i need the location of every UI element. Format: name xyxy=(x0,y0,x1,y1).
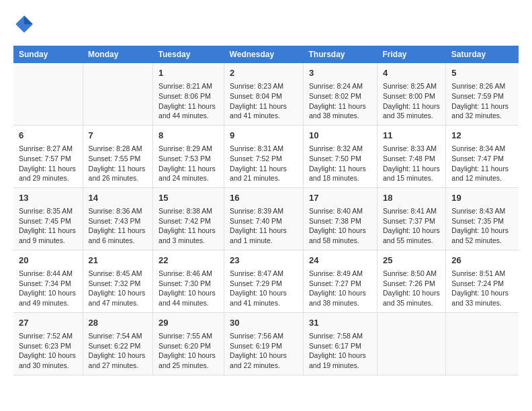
calendar-cell xyxy=(446,312,519,375)
header-wednesday: Wednesday xyxy=(224,46,304,63)
day-number: 24 xyxy=(309,255,371,267)
day-number: 2 xyxy=(230,67,298,79)
cell-content: Sunrise: 8:43 AM Sunset: 7:35 PM Dayligh… xyxy=(451,206,513,246)
week-row-4: 20Sunrise: 8:44 AM Sunset: 7:34 PM Dayli… xyxy=(13,250,519,312)
cell-content: Sunrise: 8:33 AM Sunset: 7:48 PM Dayligh… xyxy=(383,144,440,183)
day-number: 27 xyxy=(19,317,77,329)
cell-content: Sunrise: 8:32 AM Sunset: 7:50 PM Dayligh… xyxy=(309,144,371,183)
calendar-cell: 27Sunrise: 7:52 AM Sunset: 6:23 PM Dayli… xyxy=(13,312,83,375)
day-number: 1 xyxy=(159,67,218,79)
day-number: 28 xyxy=(89,317,148,329)
calendar-cell: 10Sunrise: 8:32 AM Sunset: 7:50 PM Dayli… xyxy=(304,125,378,187)
calendar-cell: 12Sunrise: 8:34 AM Sunset: 7:47 PM Dayli… xyxy=(446,125,519,187)
cell-content: Sunrise: 8:28 AM Sunset: 7:55 PM Dayligh… xyxy=(89,144,148,183)
calendar-cell: 28Sunrise: 7:54 AM Sunset: 6:22 PM Dayli… xyxy=(83,312,153,375)
calendar-cell: 29Sunrise: 7:55 AM Sunset: 6:20 PM Dayli… xyxy=(153,312,224,375)
calendar-cell: 6Sunrise: 8:27 AM Sunset: 7:57 PM Daylig… xyxy=(13,125,83,187)
cell-content: Sunrise: 8:49 AM Sunset: 7:27 PM Dayligh… xyxy=(309,269,371,308)
day-number: 18 xyxy=(383,192,440,204)
day-number: 16 xyxy=(230,192,298,204)
cell-content: Sunrise: 8:47 AM Sunset: 7:29 PM Dayligh… xyxy=(230,269,298,308)
calendar-cell: 9Sunrise: 8:31 AM Sunset: 7:52 PM Daylig… xyxy=(224,125,304,187)
page-header xyxy=(13,13,519,35)
cell-content: Sunrise: 8:50 AM Sunset: 7:26 PM Dayligh… xyxy=(383,269,440,308)
calendar-cell: 4Sunrise: 8:25 AM Sunset: 8:00 PM Daylig… xyxy=(378,63,446,125)
cell-content: Sunrise: 8:23 AM Sunset: 8:04 PM Dayligh… xyxy=(230,81,298,121)
cell-content: Sunrise: 8:38 AM Sunset: 7:42 PM Dayligh… xyxy=(159,206,218,246)
calendar-header-row: SundayMondayTuesdayWednesdayThursdayFrid… xyxy=(13,46,519,63)
cell-content: Sunrise: 7:54 AM Sunset: 6:22 PM Dayligh… xyxy=(89,331,148,371)
cell-content: Sunrise: 8:27 AM Sunset: 7:57 PM Dayligh… xyxy=(19,144,77,183)
calendar-cell: 26Sunrise: 8:51 AM Sunset: 7:24 PM Dayli… xyxy=(446,250,519,312)
week-row-3: 13Sunrise: 8:35 AM Sunset: 7:45 PM Dayli… xyxy=(13,187,519,250)
header-tuesday: Tuesday xyxy=(153,46,224,63)
day-number: 17 xyxy=(309,192,371,204)
cell-content: Sunrise: 7:55 AM Sunset: 6:20 PM Dayligh… xyxy=(159,331,218,371)
header-sunday: Sunday xyxy=(13,46,83,63)
day-number: 12 xyxy=(451,130,513,142)
calendar-cell: 5Sunrise: 8:26 AM Sunset: 7:59 PM Daylig… xyxy=(446,63,519,125)
day-number: 4 xyxy=(383,67,440,79)
calendar-table: SundayMondayTuesdayWednesdayThursdayFrid… xyxy=(13,46,519,375)
calendar-cell: 18Sunrise: 8:41 AM Sunset: 7:37 PM Dayli… xyxy=(378,187,446,250)
week-row-5: 27Sunrise: 7:52 AM Sunset: 6:23 PM Dayli… xyxy=(13,312,519,375)
calendar-cell: 23Sunrise: 8:47 AM Sunset: 7:29 PM Dayli… xyxy=(224,250,304,312)
logo-icon xyxy=(13,13,35,35)
day-number: 29 xyxy=(159,317,218,329)
calendar-cell xyxy=(378,312,446,375)
header-monday: Monday xyxy=(83,46,153,63)
cell-content: Sunrise: 8:34 AM Sunset: 7:47 PM Dayligh… xyxy=(451,144,513,183)
calendar-cell: 16Sunrise: 8:39 AM Sunset: 7:40 PM Dayli… xyxy=(224,187,304,250)
cell-content: Sunrise: 8:26 AM Sunset: 7:59 PM Dayligh… xyxy=(451,81,513,121)
cell-content: Sunrise: 8:25 AM Sunset: 8:00 PM Dayligh… xyxy=(383,81,440,121)
svg-marker-1 xyxy=(24,15,33,24)
cell-content: Sunrise: 8:45 AM Sunset: 7:32 PM Dayligh… xyxy=(89,269,148,308)
calendar-cell: 24Sunrise: 8:49 AM Sunset: 7:27 PM Dayli… xyxy=(304,250,378,312)
cell-content: Sunrise: 7:58 AM Sunset: 6:17 PM Dayligh… xyxy=(309,331,371,371)
logo xyxy=(13,13,38,35)
calendar-cell: 14Sunrise: 8:36 AM Sunset: 7:43 PM Dayli… xyxy=(83,187,153,250)
day-number: 3 xyxy=(309,67,371,79)
cell-content: Sunrise: 8:46 AM Sunset: 7:30 PM Dayligh… xyxy=(159,269,218,308)
cell-content: Sunrise: 8:29 AM Sunset: 7:53 PM Dayligh… xyxy=(159,144,218,183)
day-number: 9 xyxy=(230,130,298,142)
calendar-cell: 22Sunrise: 8:46 AM Sunset: 7:30 PM Dayli… xyxy=(153,250,224,312)
calendar-cell: 7Sunrise: 8:28 AM Sunset: 7:55 PM Daylig… xyxy=(83,125,153,187)
cell-content: Sunrise: 7:52 AM Sunset: 6:23 PM Dayligh… xyxy=(19,331,77,371)
calendar-cell: 17Sunrise: 8:40 AM Sunset: 7:38 PM Dayli… xyxy=(304,187,378,250)
day-number: 25 xyxy=(383,255,440,267)
day-number: 23 xyxy=(230,255,298,267)
calendar-cell: 15Sunrise: 8:38 AM Sunset: 7:42 PM Dayli… xyxy=(153,187,224,250)
day-number: 20 xyxy=(19,255,77,267)
day-number: 5 xyxy=(451,67,513,79)
calendar-cell xyxy=(13,63,83,125)
day-number: 10 xyxy=(309,130,371,142)
week-row-1: 1Sunrise: 8:21 AM Sunset: 8:06 PM Daylig… xyxy=(13,63,519,125)
day-number: 14 xyxy=(89,192,148,204)
header-thursday: Thursday xyxy=(304,46,378,63)
cell-content: Sunrise: 8:40 AM Sunset: 7:38 PM Dayligh… xyxy=(309,206,371,246)
cell-content: Sunrise: 8:24 AM Sunset: 8:02 PM Dayligh… xyxy=(309,81,371,121)
calendar-cell: 20Sunrise: 8:44 AM Sunset: 7:34 PM Dayli… xyxy=(13,250,83,312)
calendar-cell: 21Sunrise: 8:45 AM Sunset: 7:32 PM Dayli… xyxy=(83,250,153,312)
cell-content: Sunrise: 8:41 AM Sunset: 7:37 PM Dayligh… xyxy=(383,206,440,246)
calendar-cell: 31Sunrise: 7:58 AM Sunset: 6:17 PM Dayli… xyxy=(304,312,378,375)
header-friday: Friday xyxy=(378,46,446,63)
day-number: 15 xyxy=(159,192,218,204)
day-number: 22 xyxy=(159,255,218,267)
day-number: 19 xyxy=(451,192,513,204)
cell-content: Sunrise: 7:56 AM Sunset: 6:19 PM Dayligh… xyxy=(230,331,298,371)
calendar-cell: 30Sunrise: 7:56 AM Sunset: 6:19 PM Dayli… xyxy=(224,312,304,375)
day-number: 21 xyxy=(89,255,148,267)
week-row-2: 6Sunrise: 8:27 AM Sunset: 7:57 PM Daylig… xyxy=(13,125,519,187)
cell-content: Sunrise: 8:44 AM Sunset: 7:34 PM Dayligh… xyxy=(19,269,77,308)
calendar-cell: 19Sunrise: 8:43 AM Sunset: 7:35 PM Dayli… xyxy=(446,187,519,250)
calendar-cell xyxy=(83,63,153,125)
day-number: 13 xyxy=(19,192,77,204)
calendar-cell: 13Sunrise: 8:35 AM Sunset: 7:45 PM Dayli… xyxy=(13,187,83,250)
calendar-cell: 2Sunrise: 8:23 AM Sunset: 8:04 PM Daylig… xyxy=(224,63,304,125)
day-number: 31 xyxy=(309,317,371,329)
calendar-cell: 1Sunrise: 8:21 AM Sunset: 8:06 PM Daylig… xyxy=(153,63,224,125)
cell-content: Sunrise: 8:36 AM Sunset: 7:43 PM Dayligh… xyxy=(89,206,148,246)
day-number: 6 xyxy=(19,130,77,142)
